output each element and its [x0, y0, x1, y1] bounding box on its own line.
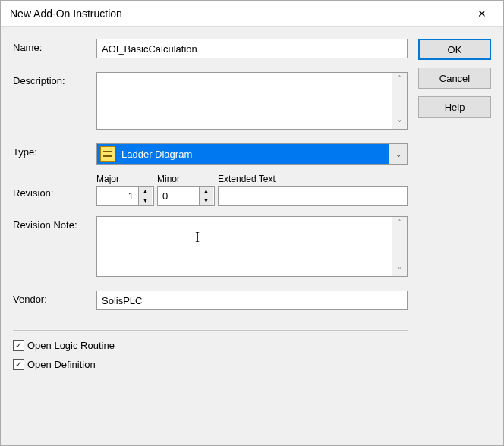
scroll-down-icon: ˅ [398, 266, 402, 275]
revision-note-scrollbar[interactable]: ˄ ˅ [392, 217, 407, 276]
minor-label: Minor [157, 174, 218, 184]
scroll-up-icon: ˄ [398, 74, 402, 83]
revision-note-label: Revision Note: [13, 216, 96, 231]
divider [13, 330, 408, 331]
vendor-input[interactable] [96, 291, 408, 310]
description-field-wrap: ˄ ˅ [96, 72, 408, 130]
major-spinner[interactable]: ▲ ▼ [96, 186, 154, 206]
major-down-icon[interactable]: ▼ [139, 196, 152, 206]
help-button[interactable]: Help [418, 96, 491, 118]
description-scrollbar[interactable]: ˄ ˅ [392, 73, 407, 129]
vendor-row: Vendor: [13, 291, 408, 310]
revision-note-textarea[interactable] [97, 217, 392, 276]
open-logic-checkbox[interactable]: ✓ Open Logic Routine [13, 340, 408, 351]
type-selected-text: Ladder Diagram [120, 149, 389, 160]
major-up-icon[interactable]: ▲ [139, 187, 152, 196]
open-logic-label: Open Logic Routine [27, 340, 115, 351]
checkbox-icon: ✓ [13, 359, 24, 370]
major-spin-buttons[interactable]: ▲ ▼ [138, 187, 152, 205]
scroll-down-icon: ˅ [398, 119, 402, 127]
minor-up-icon[interactable]: ▲ [200, 187, 213, 196]
open-definition-label: Open Definition [27, 359, 96, 370]
checkbox-icon: ✓ [13, 340, 24, 351]
button-column: OK Cancel Help [418, 39, 491, 436]
revision-note-field-wrap: ˄ ˅ [96, 216, 408, 277]
type-row: Type: Ladder Diagram ⌄ [13, 143, 408, 165]
revision-note-row: Revision Note: ˄ ˅ I [13, 216, 408, 277]
minor-down-icon[interactable]: ▼ [200, 196, 213, 206]
scroll-up-icon: ˄ [398, 218, 402, 227]
minor-spinner[interactable]: ▲ ▼ [157, 186, 215, 206]
name-label: Name: [13, 39, 96, 53]
ok-button[interactable]: OK [418, 39, 491, 60]
cancel-button[interactable]: Cancel [418, 68, 491, 89]
chevron-down-icon: ⌄ [389, 144, 407, 164]
description-row: Description: ˄ ˅ [13, 72, 408, 130]
revision-label: Revision: [13, 174, 96, 199]
window-title: New Add-On Instruction [10, 8, 122, 20]
checkbox-group: ✓ Open Logic Routine ✓ Open Definition [13, 340, 408, 370]
close-icon: ✕ [477, 8, 487, 20]
vendor-label: Vendor: [13, 291, 96, 305]
name-row: Name: [13, 39, 408, 58]
close-button[interactable]: ✕ [467, 3, 497, 24]
content-area: Name: Description: ˄ ˅ [1, 27, 503, 445]
revision-row: Revision: Major Minor Extended Text ▲ ▼ [13, 174, 408, 206]
open-definition-checkbox[interactable]: ✓ Open Definition [13, 359, 408, 370]
description-label: Description: [13, 72, 96, 86]
type-label: Type: [13, 143, 96, 158]
form-area: Name: Description: ˄ ˅ [13, 39, 408, 436]
revision-fields: ▲ ▼ ▲ ▼ [96, 186, 408, 206]
name-input[interactable] [96, 39, 408, 58]
dialog-window: New Add-On Instruction ✕ Name: Descripti… [0, 0, 504, 446]
description-textarea[interactable] [97, 73, 392, 129]
extended-text-input[interactable] [218, 186, 408, 206]
minor-spin-buttons[interactable]: ▲ ▼ [199, 187, 213, 205]
minor-input[interactable] [158, 187, 199, 205]
titlebar: New Add-On Instruction ✕ [1, 1, 503, 27]
major-label: Major [96, 174, 157, 184]
extended-text-label: Extended Text [218, 174, 408, 184]
type-dropdown[interactable]: Ladder Diagram ⌄ [96, 143, 408, 165]
ladder-diagram-icon [100, 146, 115, 162]
revision-sublabels: Major Minor Extended Text [96, 174, 408, 184]
major-input[interactable] [97, 187, 138, 205]
